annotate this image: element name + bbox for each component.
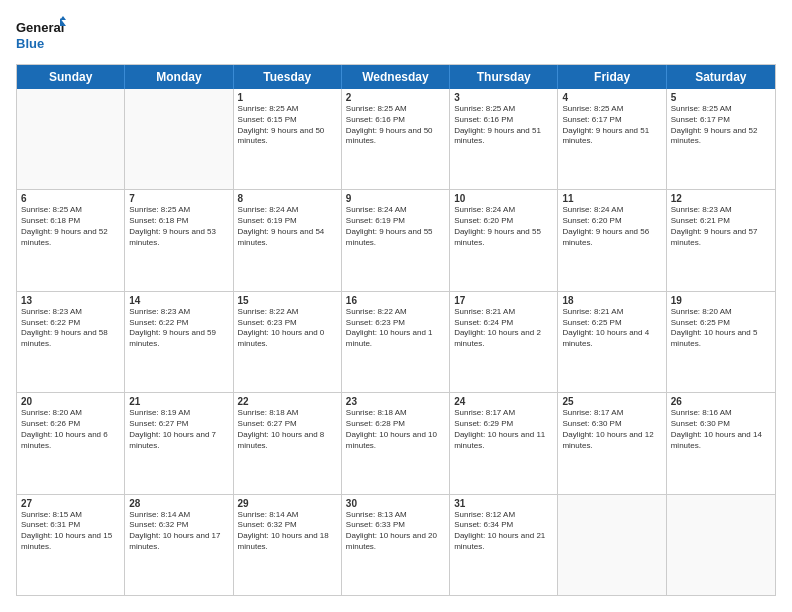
day-number: 14: [129, 295, 228, 306]
cal-cell: [558, 495, 666, 595]
day-number: 29: [238, 498, 337, 509]
cell-text: Sunrise: 8:24 AM Sunset: 6:19 PM Dayligh…: [346, 205, 445, 248]
day-header-monday: Monday: [125, 65, 233, 89]
cal-cell: 25Sunrise: 8:17 AM Sunset: 6:30 PM Dayli…: [558, 393, 666, 493]
cal-cell: 16Sunrise: 8:22 AM Sunset: 6:23 PM Dayli…: [342, 292, 450, 392]
day-number: 9: [346, 193, 445, 204]
cal-cell: 10Sunrise: 8:24 AM Sunset: 6:20 PM Dayli…: [450, 190, 558, 290]
day-number: 1: [238, 92, 337, 103]
day-header-thursday: Thursday: [450, 65, 558, 89]
day-number: 3: [454, 92, 553, 103]
cell-text: Sunrise: 8:25 AM Sunset: 6:16 PM Dayligh…: [454, 104, 553, 147]
cell-text: Sunrise: 8:18 AM Sunset: 6:27 PM Dayligh…: [238, 408, 337, 451]
cal-row-0: 1Sunrise: 8:25 AM Sunset: 6:15 PM Daylig…: [17, 89, 775, 190]
cell-text: Sunrise: 8:23 AM Sunset: 6:22 PM Dayligh…: [21, 307, 120, 350]
day-number: 22: [238, 396, 337, 407]
cal-cell: 18Sunrise: 8:21 AM Sunset: 6:25 PM Dayli…: [558, 292, 666, 392]
cal-cell: 11Sunrise: 8:24 AM Sunset: 6:20 PM Dayli…: [558, 190, 666, 290]
day-header-friday: Friday: [558, 65, 666, 89]
day-number: 6: [21, 193, 120, 204]
cal-row-3: 20Sunrise: 8:20 AM Sunset: 6:26 PM Dayli…: [17, 393, 775, 494]
svg-marker-3: [60, 16, 66, 20]
day-number: 12: [671, 193, 771, 204]
cell-text: Sunrise: 8:20 AM Sunset: 6:26 PM Dayligh…: [21, 408, 120, 451]
cell-text: Sunrise: 8:20 AM Sunset: 6:25 PM Dayligh…: [671, 307, 771, 350]
day-header-saturday: Saturday: [667, 65, 775, 89]
logo: General Blue: [16, 16, 66, 54]
day-number: 26: [671, 396, 771, 407]
cell-text: Sunrise: 8:21 AM Sunset: 6:24 PM Dayligh…: [454, 307, 553, 350]
cell-text: Sunrise: 8:22 AM Sunset: 6:23 PM Dayligh…: [346, 307, 445, 350]
calendar: SundayMondayTuesdayWednesdayThursdayFrid…: [16, 64, 776, 596]
day-header-sunday: Sunday: [17, 65, 125, 89]
day-number: 27: [21, 498, 120, 509]
day-number: 20: [21, 396, 120, 407]
cell-text: Sunrise: 8:24 AM Sunset: 6:19 PM Dayligh…: [238, 205, 337, 248]
day-number: 4: [562, 92, 661, 103]
day-number: 2: [346, 92, 445, 103]
cell-text: Sunrise: 8:22 AM Sunset: 6:23 PM Dayligh…: [238, 307, 337, 350]
day-header-wednesday: Wednesday: [342, 65, 450, 89]
cal-cell: 20Sunrise: 8:20 AM Sunset: 6:26 PM Dayli…: [17, 393, 125, 493]
cal-cell: 1Sunrise: 8:25 AM Sunset: 6:15 PM Daylig…: [234, 89, 342, 189]
cell-text: Sunrise: 8:23 AM Sunset: 6:22 PM Dayligh…: [129, 307, 228, 350]
logo-svg: General Blue: [16, 16, 66, 54]
cell-text: Sunrise: 8:17 AM Sunset: 6:30 PM Dayligh…: [562, 408, 661, 451]
cell-text: Sunrise: 8:18 AM Sunset: 6:28 PM Dayligh…: [346, 408, 445, 451]
cell-text: Sunrise: 8:19 AM Sunset: 6:27 PM Dayligh…: [129, 408, 228, 451]
cal-row-4: 27Sunrise: 8:15 AM Sunset: 6:31 PM Dayli…: [17, 495, 775, 595]
day-number: 11: [562, 193, 661, 204]
svg-text:Blue: Blue: [16, 36, 44, 51]
day-number: 21: [129, 396, 228, 407]
cell-text: Sunrise: 8:25 AM Sunset: 6:17 PM Dayligh…: [671, 104, 771, 147]
cal-cell: 3Sunrise: 8:25 AM Sunset: 6:16 PM Daylig…: [450, 89, 558, 189]
cal-cell: 5Sunrise: 8:25 AM Sunset: 6:17 PM Daylig…: [667, 89, 775, 189]
cal-cell: 29Sunrise: 8:14 AM Sunset: 6:32 PM Dayli…: [234, 495, 342, 595]
day-number: 5: [671, 92, 771, 103]
cell-text: Sunrise: 8:25 AM Sunset: 6:18 PM Dayligh…: [129, 205, 228, 248]
cal-cell: [125, 89, 233, 189]
day-header-tuesday: Tuesday: [234, 65, 342, 89]
day-number: 18: [562, 295, 661, 306]
cal-cell: 31Sunrise: 8:12 AM Sunset: 6:34 PM Dayli…: [450, 495, 558, 595]
day-number: 24: [454, 396, 553, 407]
cal-cell: [667, 495, 775, 595]
cal-cell: 28Sunrise: 8:14 AM Sunset: 6:32 PM Dayli…: [125, 495, 233, 595]
cal-cell: [17, 89, 125, 189]
cell-text: Sunrise: 8:14 AM Sunset: 6:32 PM Dayligh…: [129, 510, 228, 553]
cal-cell: 14Sunrise: 8:23 AM Sunset: 6:22 PM Dayli…: [125, 292, 233, 392]
cal-cell: 13Sunrise: 8:23 AM Sunset: 6:22 PM Dayli…: [17, 292, 125, 392]
cal-cell: 22Sunrise: 8:18 AM Sunset: 6:27 PM Dayli…: [234, 393, 342, 493]
day-number: 25: [562, 396, 661, 407]
day-number: 13: [21, 295, 120, 306]
cell-text: Sunrise: 8:16 AM Sunset: 6:30 PM Dayligh…: [671, 408, 771, 451]
cal-cell: 26Sunrise: 8:16 AM Sunset: 6:30 PM Dayli…: [667, 393, 775, 493]
day-number: 19: [671, 295, 771, 306]
cal-cell: 6Sunrise: 8:25 AM Sunset: 6:18 PM Daylig…: [17, 190, 125, 290]
day-number: 8: [238, 193, 337, 204]
cal-cell: 15Sunrise: 8:22 AM Sunset: 6:23 PM Dayli…: [234, 292, 342, 392]
day-number: 17: [454, 295, 553, 306]
page: General Blue SundayMondayTuesdayWednesda…: [0, 0, 792, 612]
cell-text: Sunrise: 8:21 AM Sunset: 6:25 PM Dayligh…: [562, 307, 661, 350]
svg-text:General: General: [16, 20, 64, 35]
cell-text: Sunrise: 8:24 AM Sunset: 6:20 PM Dayligh…: [454, 205, 553, 248]
cal-cell: 23Sunrise: 8:18 AM Sunset: 6:28 PM Dayli…: [342, 393, 450, 493]
cell-text: Sunrise: 8:15 AM Sunset: 6:31 PM Dayligh…: [21, 510, 120, 553]
cell-text: Sunrise: 8:25 AM Sunset: 6:17 PM Dayligh…: [562, 104, 661, 147]
day-number: 7: [129, 193, 228, 204]
calendar-header: SundayMondayTuesdayWednesdayThursdayFrid…: [17, 65, 775, 89]
day-number: 28: [129, 498, 228, 509]
cal-row-1: 6Sunrise: 8:25 AM Sunset: 6:18 PM Daylig…: [17, 190, 775, 291]
day-number: 10: [454, 193, 553, 204]
cal-cell: 12Sunrise: 8:23 AM Sunset: 6:21 PM Dayli…: [667, 190, 775, 290]
cell-text: Sunrise: 8:23 AM Sunset: 6:21 PM Dayligh…: [671, 205, 771, 248]
cal-cell: 21Sunrise: 8:19 AM Sunset: 6:27 PM Dayli…: [125, 393, 233, 493]
day-number: 30: [346, 498, 445, 509]
calendar-body: 1Sunrise: 8:25 AM Sunset: 6:15 PM Daylig…: [17, 89, 775, 595]
day-number: 23: [346, 396, 445, 407]
cell-text: Sunrise: 8:12 AM Sunset: 6:34 PM Dayligh…: [454, 510, 553, 553]
cal-cell: 4Sunrise: 8:25 AM Sunset: 6:17 PM Daylig…: [558, 89, 666, 189]
cal-cell: 2Sunrise: 8:25 AM Sunset: 6:16 PM Daylig…: [342, 89, 450, 189]
day-number: 15: [238, 295, 337, 306]
